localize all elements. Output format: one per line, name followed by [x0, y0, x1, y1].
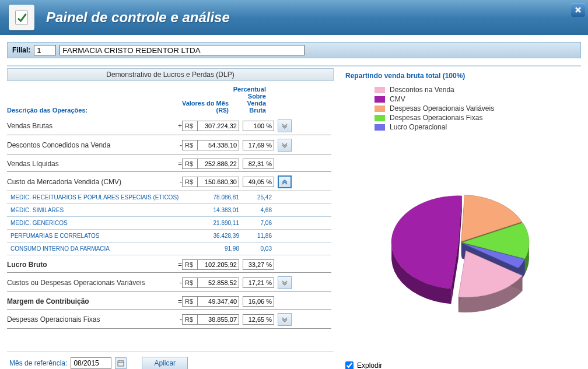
row-desc: Vendas Brutas — [7, 122, 176, 130]
row-currency: R$ — [182, 177, 197, 187]
row-currency: R$ — [182, 296, 197, 307]
subrow-percent: 11,86 — [239, 233, 274, 239]
row-sign: - — [176, 178, 182, 186]
row-currency: R$ — [182, 277, 197, 288]
subrow-percent: 0,03 — [239, 245, 274, 252]
legend-label: CMV — [390, 95, 405, 103]
row-value: 307.224,32 — [197, 121, 239, 131]
explode-checkbox[interactable] — [345, 361, 354, 369]
subrow-desc: MEDIC. GENERICOS — [7, 220, 182, 226]
close-button[interactable] — [571, 3, 585, 17]
subrow-percent: 4,68 — [239, 207, 274, 213]
column-headers: Descrição das Operações: Valores do Mês … — [7, 83, 331, 116]
subrow-value: 78.086,81 — [182, 194, 239, 201]
legend-swatch — [374, 96, 385, 103]
legend-item: Despesas Operacionais Variáveis — [374, 104, 581, 113]
chevron-double-down-icon — [281, 122, 288, 129]
filial-name-input[interactable] — [60, 45, 304, 55]
calendar-button[interactable] — [115, 357, 127, 369]
table-row: Descontos Concedidos na Venda-R$54.338,1… — [7, 135, 331, 154]
row-value: 52.858,52 — [197, 277, 239, 288]
row-desc: Vendas Líquidas — [7, 160, 176, 168]
chevron-double-down-icon — [281, 279, 288, 286]
explode-label: Explodir — [357, 361, 382, 369]
expand-button[interactable] — [278, 139, 292, 152]
row-desc: Despesas Operacionais Fixas — [7, 315, 176, 324]
chevron-double-down-icon — [281, 316, 288, 323]
dlp-table-scroll[interactable]: Descrição das Operações: Valores do Mês … — [7, 83, 334, 352]
row-value: 54.338,10 — [197, 140, 239, 150]
table-row: Margem de Contribuição=R$49.347,4016,06 … — [7, 292, 331, 310]
legend-label: Despesas Operacionais Fixas — [390, 114, 482, 122]
subrow-desc: MEDIC. RECEITUARIOS E POPULARES ESPECIAI… — [7, 194, 182, 201]
expand-button[interactable] — [278, 313, 292, 326]
legend-swatch — [374, 124, 385, 131]
legend-label: Descontos na Venda — [390, 86, 454, 94]
table-subrow: CONSUMO INTERNO DA FARMACIA91,980,03 — [7, 243, 331, 255]
row-value: 150.680,30 — [197, 177, 239, 187]
section-title: Demonstrativo de Lucros e Perdas (DLP) — [7, 68, 334, 81]
row-desc: Descontos Concedidos na Venda — [7, 141, 176, 149]
legend-item: Descontos na Venda — [374, 86, 581, 94]
row-percent: 49,05 % — [243, 177, 274, 187]
subrow-desc: PERFUMARIAS E CORRELATOS — [7, 233, 182, 239]
svg-rect-0 — [16, 10, 28, 24]
filial-number-input[interactable] — [34, 45, 56, 55]
reference-bar: Mês de referência: Aplicar — [7, 352, 334, 369]
table-row: Vendas Brutas+R$307.224,32100 % — [7, 116, 331, 135]
table-subrow: MEDIC. GENERICOS21.690,117,06 — [7, 217, 331, 230]
expand-button[interactable] — [278, 276, 292, 289]
row-desc: Margem de Contribuição — [7, 297, 176, 305]
svg-rect-1 — [118, 361, 124, 366]
row-currency: R$ — [182, 159, 197, 169]
subrow-value: 91,98 — [182, 245, 239, 252]
subrow-percent: 7,06 — [239, 220, 274, 226]
filial-bar: Filial: — [7, 42, 581, 58]
pie-chart — [340, 132, 581, 358]
table-subrow: MEDIC. SIMILARES14.383,014,68 — [7, 204, 331, 217]
row-sign: + — [176, 122, 182, 130]
table-subrow: MEDIC. RECEITUARIOS E POPULARES ESPECIAI… — [7, 191, 331, 204]
legend-label: Despesas Operacionais Variáveis — [390, 104, 494, 113]
row-percent: 17,69 % — [243, 140, 274, 150]
row-percent: 16,06 % — [243, 296, 274, 307]
row-sign: - — [176, 279, 182, 287]
row-percent: 12,65 % — [243, 314, 274, 325]
subrow-percent: 25,42 — [239, 194, 274, 201]
table-row: Vendas Líquidas=R$252.886,2282,31 % — [7, 154, 331, 172]
row-percent: 100 % — [243, 121, 274, 131]
legend-swatch — [374, 115, 385, 121]
row-desc: Custos ou Despesas Operacionais Variávei… — [7, 279, 176, 287]
app-logo-icon — [9, 5, 34, 30]
ref-label: Mês de referência: — [9, 359, 67, 367]
subrow-value: 36.428,39 — [182, 233, 239, 239]
row-currency: R$ — [182, 121, 197, 131]
apply-button[interactable]: Aplicar — [142, 357, 188, 369]
chevron-double-up-icon — [281, 178, 288, 185]
row-sign: = — [176, 261, 182, 269]
subrow-desc: MEDIC. SIMILARES — [7, 207, 182, 213]
chart-title: Repartindo venda bruta total (100%) — [340, 68, 581, 86]
row-desc: Lucro Bruto — [7, 261, 176, 269]
legend-label: Lucro Operacional — [390, 123, 447, 131]
legend-item: CMV — [374, 95, 581, 103]
row-percent: 33,27 % — [243, 259, 274, 270]
subrow-value: 21.690,11 — [182, 220, 239, 226]
table-subrow: PERFUMARIAS E CORRELATOS36.428,3911,86 — [7, 230, 331, 243]
row-sign: - — [176, 315, 182, 324]
row-currency: R$ — [182, 140, 197, 150]
row-sign: = — [176, 160, 182, 168]
ref-month-input[interactable] — [71, 357, 111, 369]
table-row: Custo da Mercadoria Vendida (CMV)-R$150.… — [7, 172, 331, 191]
row-currency: R$ — [182, 259, 197, 270]
app-header: Painel de controle e análise — [0, 0, 588, 35]
row-value: 252.886,22 — [197, 159, 239, 169]
row-percent: 82,31 % — [243, 159, 274, 169]
subrow-desc: CONSUMO INTERNO DA FARMACIA — [7, 245, 182, 252]
expand-button[interactable] — [278, 120, 292, 132]
collapse-button[interactable] — [278, 175, 292, 188]
col-desc: Descrição das Operações: — [7, 86, 176, 114]
row-sign: = — [176, 297, 182, 305]
table-row: Lucro Bruto=R$102.205,9233,27 % — [7, 255, 331, 273]
legend-item: Despesas Operacionais Fixas — [374, 114, 581, 122]
